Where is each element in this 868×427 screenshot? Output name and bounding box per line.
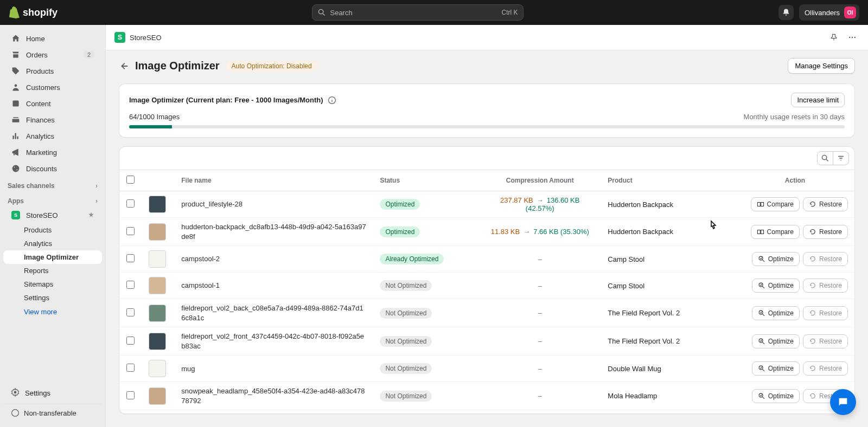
row-optimize-button[interactable]: Optimize xyxy=(752,389,800,403)
logo-text: shopify xyxy=(23,7,58,18)
sidebar-item-content[interactable]: Content xyxy=(3,95,102,112)
row-status-badge: Not Optimized xyxy=(380,391,432,402)
sidebar-section-sales-channels[interactable]: Sales channels› xyxy=(0,177,105,192)
more-actions-button[interactable] xyxy=(845,30,859,44)
svg-point-17 xyxy=(759,310,763,314)
sidebar-view-more[interactable]: View more xyxy=(3,305,102,319)
manage-settings-button[interactable]: Manage Settings xyxy=(788,58,855,74)
svg-rect-2 xyxy=(12,100,18,106)
global-search[interactable]: Search Ctrl K xyxy=(312,4,524,21)
row-optimize-button[interactable]: Optimize xyxy=(752,252,800,266)
orders-badge: 2 xyxy=(84,51,94,59)
row-restore-button[interactable]: Restore xyxy=(803,225,848,239)
svg-rect-12 xyxy=(761,203,763,206)
back-button[interactable] xyxy=(119,61,129,71)
compression-to: 136.60 KB (42.57%) xyxy=(526,196,580,212)
select-all-checkbox[interactable] xyxy=(126,176,135,184)
row-optimize-button[interactable]: Optimize xyxy=(752,306,800,320)
search-placeholder: Search xyxy=(330,9,352,17)
row-compare-button[interactable]: Compare xyxy=(751,197,800,211)
table-row: product_lifestyle-28Optimized237.87 KB→1… xyxy=(119,191,854,218)
row-compare-button[interactable]: Compare xyxy=(751,225,800,239)
row-filename: product_lifestyle-28 xyxy=(181,199,367,209)
chevron-right-icon: › xyxy=(95,197,98,205)
sidebar-item-storeseo[interactable]: SStoreSEO xyxy=(3,207,102,223)
row-checkbox[interactable] xyxy=(126,337,135,345)
arrow-right-icon: → xyxy=(523,228,530,236)
row-checkbox[interactable] xyxy=(126,281,135,289)
table-row: mugNot Optimized–Double Wall MugOptimize… xyxy=(119,355,854,382)
sidebar-item-discounts[interactable]: Discounts xyxy=(3,160,102,177)
row-status-badge: Optimized xyxy=(380,199,420,210)
row-checkbox[interactable] xyxy=(126,227,135,235)
row-checkbox[interactable] xyxy=(126,199,135,208)
row-product: Double Wall Mug xyxy=(608,365,661,373)
sidebar-item-orders[interactable]: Orders2 xyxy=(3,47,102,63)
sidebar-sub-sitemaps[interactable]: Sitemaps xyxy=(3,277,102,291)
row-thumbnail xyxy=(149,360,166,377)
row-optimize-button[interactable]: Optimize xyxy=(752,279,800,293)
sidebar-item-analytics[interactable]: Analytics xyxy=(3,128,102,144)
chat-widget-button[interactable] xyxy=(830,389,856,415)
app-header-title: StoreSEO xyxy=(130,34,162,42)
row-optimize-button[interactable]: Optimize xyxy=(752,334,800,348)
row-product: Hudderton Backpack xyxy=(608,200,673,209)
compression-dash: – xyxy=(538,337,542,345)
sidebar-sub-products[interactable]: Products xyxy=(3,223,102,237)
table-row: fieldreport_vol2_front_437c4459-042c-4b0… xyxy=(119,327,854,355)
gear-icon xyxy=(11,388,20,398)
row-product: Mola Headlamp xyxy=(608,392,657,400)
sidebar-section-apps[interactable]: Apps› xyxy=(0,192,105,207)
usage-progress xyxy=(129,125,845,128)
plan-info-tooltip[interactable] xyxy=(328,96,336,105)
row-thumbnail xyxy=(149,333,166,350)
sidebar-item-customers[interactable]: Customers xyxy=(3,79,102,95)
sidebar-item-marketing[interactable]: Marketing xyxy=(3,144,102,160)
sidebar-item-settings[interactable]: Settings xyxy=(3,385,102,402)
svg-point-18 xyxy=(759,339,763,342)
discounts-icon xyxy=(11,164,21,173)
compression-dash: – xyxy=(538,309,542,317)
table-row: fieldreport_vol2_back_c08e5a7a-d499-489a… xyxy=(119,299,854,327)
col-status: Status xyxy=(373,170,478,191)
row-checkbox[interactable] xyxy=(126,364,135,372)
table-search-button[interactable] xyxy=(818,152,833,165)
row-restore-button[interactable]: Restore xyxy=(803,197,848,211)
sidebar-sub-settings[interactable]: Settings xyxy=(3,291,102,305)
more-icon xyxy=(848,33,857,42)
row-product: Camp Stool xyxy=(608,282,644,290)
search-shortcut: Ctrl K xyxy=(501,9,518,16)
svg-point-15 xyxy=(759,256,763,260)
svg-point-19 xyxy=(759,366,763,370)
home-icon xyxy=(11,34,21,43)
sidebar-item-home[interactable]: Home xyxy=(3,30,102,47)
sidebar-sub-reports[interactable]: Reports xyxy=(3,264,102,277)
pin-icon[interactable] xyxy=(88,211,94,219)
row-restore-button: Restore xyxy=(803,334,848,348)
finances-icon xyxy=(11,115,21,125)
row-checkbox[interactable] xyxy=(126,308,135,316)
row-checkbox[interactable] xyxy=(126,391,135,399)
compression-from: 237.87 KB xyxy=(500,196,533,204)
shopify-logo[interactable]: shopify xyxy=(9,7,58,18)
usage-card: Image Optimizer (Current plan: Free - 10… xyxy=(119,83,855,138)
notifications-button[interactable] xyxy=(778,5,794,20)
sidebar-sub-image-optimizer[interactable]: Image Optimizer xyxy=(3,250,102,264)
row-checkbox[interactable] xyxy=(126,254,135,262)
bell-icon xyxy=(782,8,790,17)
orders-icon xyxy=(11,50,21,60)
pin-app-button[interactable] xyxy=(827,30,841,44)
sidebar-sub-analytics[interactable]: Analytics xyxy=(3,237,102,250)
compression-dash: – xyxy=(538,282,542,290)
increase-limit-button[interactable]: Increase limit xyxy=(791,93,845,107)
table-filter-button[interactable] xyxy=(833,152,848,165)
row-thumbnail xyxy=(149,250,166,268)
col-filename: File name xyxy=(175,170,373,191)
compression-dash: – xyxy=(538,255,542,263)
row-optimize-button[interactable]: Optimize xyxy=(752,361,800,376)
sidebar-item-products[interactable]: Products xyxy=(3,63,102,79)
sidebar-item-finances[interactable]: Finances xyxy=(3,112,102,128)
row-thumbnail xyxy=(149,305,166,322)
user-menu[interactable]: Ollivanders Ol xyxy=(799,4,859,21)
page-header: Image Optimizer Auto Optimization: Disab… xyxy=(106,50,868,79)
